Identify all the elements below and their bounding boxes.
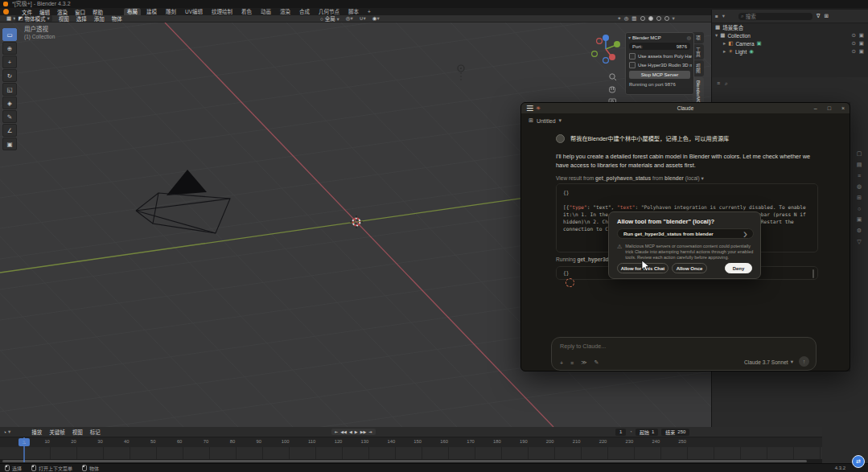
outliner-row-light[interactable]: ▸ ☀ Light ◉ ⊙ ▣ bbox=[712, 47, 868, 55]
properties-tab-output-icon[interactable]: ≡ bbox=[858, 173, 861, 179]
timeline-menu[interactable]: 播放 bbox=[31, 428, 42, 436]
filter-icon[interactable]: ∇ bbox=[817, 13, 820, 19]
timeline-channels[interactable] bbox=[0, 447, 822, 459]
overlays-toggle-icon[interactable]: ◎ bbox=[624, 15, 629, 22]
properties-tab-data-icon[interactable]: ▽ bbox=[857, 239, 861, 245]
snap-toggle[interactable]: ∪▾ bbox=[360, 15, 366, 22]
eye-icon[interactable]: ⊙ bbox=[851, 32, 855, 39]
timeline-menu[interactable]: 关键帧 bbox=[49, 428, 65, 436]
mode-dropdown[interactable]: ◩ 物体模式 ▾ bbox=[15, 15, 51, 22]
outliner-row-scene-collection[interactable]: ▦ 场景集合 bbox=[712, 23, 868, 31]
sidebar-tab-视图[interactable]: 视图 bbox=[693, 60, 704, 76]
display-mode-icon[interactable]: ≡ bbox=[715, 14, 718, 19]
allow-once-button[interactable]: Allow Once bbox=[672, 263, 707, 273]
expand-caret-icon[interactable]: ▸ bbox=[723, 48, 726, 55]
deny-button[interactable]: Deny bbox=[725, 263, 752, 273]
collapse-caret-icon[interactable]: ▾ bbox=[628, 35, 631, 40]
gizmo-x-neg[interactable] bbox=[597, 39, 603, 44]
properties-tab-object-icon[interactable]: ▣ bbox=[857, 216, 862, 223]
floating-widget-icon[interactable]: ⇄ bbox=[852, 455, 865, 468]
minimize-icon[interactable]: – bbox=[814, 105, 817, 111]
close-icon[interactable]: × bbox=[841, 105, 845, 111]
sliders-icon[interactable]: ≡ bbox=[570, 360, 574, 366]
pivot-dropdown[interactable]: ◎▾ bbox=[346, 15, 353, 22]
properties-filter-icon[interactable]: ⌕ bbox=[725, 80, 728, 87]
workspace-tab[interactable]: 动画 bbox=[257, 8, 274, 15]
playback-button[interactable]: ▶ bbox=[355, 429, 358, 434]
gizmo-z-neg[interactable] bbox=[603, 58, 609, 64]
pin-icon[interactable]: ◎ bbox=[687, 35, 691, 40]
shading-material-icon[interactable] bbox=[656, 16, 661, 21]
viewport-menu[interactable]: 添加 bbox=[94, 14, 105, 23]
timeline-menu[interactable]: 标记 bbox=[90, 428, 101, 436]
outliner-search-input[interactable]: ⌕ 搜索 bbox=[738, 13, 812, 20]
hyper3d-checkbox[interactable]: Use Hyper3D Rodin 3D model gener... bbox=[629, 62, 692, 68]
maximize-icon[interactable]: □ bbox=[828, 105, 831, 111]
tool-cursor-icon[interactable]: ⊕ bbox=[2, 42, 17, 55]
gizmo-y-neg[interactable] bbox=[592, 51, 598, 57]
workspace-tab[interactable]: 建模 bbox=[143, 8, 160, 15]
tool-annotate-icon[interactable]: ✎ bbox=[2, 110, 17, 123]
workspace-tab[interactable]: 雕刻 bbox=[162, 8, 179, 15]
expand-caret-icon[interactable]: ▸ bbox=[723, 40, 726, 47]
claude-titlebar[interactable]: ≡ ✳ Claude – □ × bbox=[521, 103, 849, 113]
code-scrollbar[interactable] bbox=[812, 269, 814, 278]
gizmo-toggle-icon[interactable]: ⌖ bbox=[618, 15, 621, 22]
workspace-tab[interactable]: 合成 bbox=[296, 8, 313, 15]
properties-tab-modifiers-icon[interactable]: ⚙ bbox=[857, 228, 862, 234]
panel-icon[interactable]: ⊞ bbox=[529, 117, 533, 124]
frame-end-field[interactable]: 结束 250 bbox=[661, 429, 689, 436]
scrollbar-handle[interactable] bbox=[2, 460, 807, 462]
properties-tab-render-icon[interactable]: ▤ bbox=[857, 162, 862, 168]
timeline-menu[interactable]: 视图 bbox=[72, 428, 83, 436]
properties-tab-tool-icon[interactable]: ▢ bbox=[857, 150, 862, 157]
properties-tab-world-icon[interactable]: ○ bbox=[858, 206, 861, 211]
shading-rendered-icon[interactable] bbox=[664, 16, 669, 21]
xray-toggle-icon[interactable]: ▥ bbox=[631, 15, 636, 22]
tool-result-link[interactable]: View result from get_polyhaven_status fr… bbox=[556, 175, 818, 182]
workspace-tab[interactable]: 渲染 bbox=[277, 8, 294, 15]
timeline-ruler[interactable]: 1 11020304050607080901001101201301401501… bbox=[0, 437, 822, 447]
model-selector[interactable]: Claude 3.7 Sonnet ▾ bbox=[744, 359, 793, 365]
sidebar-tab-工具[interactable]: 工具 bbox=[693, 44, 704, 60]
send-button[interactable]: ↑ bbox=[799, 356, 809, 367]
orientation-dropdown[interactable]: ○ 全局 ▾ bbox=[320, 14, 339, 23]
shading-solid-icon[interactable] bbox=[648, 16, 653, 21]
properties-tab-scene-icon[interactable]: ⊞ bbox=[857, 195, 862, 201]
render-visibility-icon[interactable]: ▣ bbox=[859, 32, 864, 39]
timeline-editor-selector[interactable]: ◔ ▾ bbox=[3, 429, 10, 435]
outliner-row-collection[interactable]: ▾ ▦ Collection ⊙ ▣ bbox=[712, 31, 868, 39]
tool-add-cube-icon[interactable]: ▣ bbox=[2, 137, 17, 150]
workspace-tab[interactable]: 布局 bbox=[124, 8, 141, 15]
tool-scale-icon[interactable]: ◱ bbox=[2, 83, 17, 96]
tool-move-icon[interactable]: + bbox=[2, 55, 17, 68]
playback-button[interactable]: ◀ bbox=[349, 429, 352, 434]
playback-button[interactable]: ⇤ bbox=[335, 429, 338, 434]
render-visibility-icon[interactable]: ▣ bbox=[859, 40, 864, 47]
current-frame-field[interactable]: 1 bbox=[615, 429, 626, 436]
chat-title-bar[interactable]: ⊞ Untitled ▾ bbox=[529, 117, 562, 124]
blender-logo-icon[interactable] bbox=[3, 9, 9, 14]
tool-select-box-icon[interactable]: ▭ bbox=[2, 28, 17, 41]
format-icon[interactable]: ✎ bbox=[594, 359, 599, 366]
viewport-menu[interactable]: 视图 bbox=[59, 14, 69, 23]
stop-mcp-server-button[interactable]: Stop MCP Server bbox=[629, 71, 690, 79]
properties-tab-view-layer-icon[interactable]: ◍ bbox=[857, 183, 862, 190]
composer[interactable]: Reply to Claude... + ≡ ≫ ✎ Claude 3.7 So… bbox=[551, 337, 817, 371]
proportional-toggle[interactable]: ◉▾ bbox=[372, 15, 380, 22]
viewport-menu[interactable]: 物体 bbox=[112, 14, 122, 23]
workspace-tab[interactable]: 纹理绘制 bbox=[208, 8, 236, 15]
tool-transform-icon[interactable]: ◈ bbox=[2, 96, 17, 109]
editor-type-selector[interactable]: ▦ ▾ bbox=[6, 15, 15, 22]
properties-editor-icon[interactable]: ≡ bbox=[717, 80, 720, 87]
workspace-tab[interactable]: UV编辑 bbox=[182, 8, 206, 15]
tool-rotate-icon[interactable]: ↻ bbox=[2, 69, 17, 82]
new-collection-icon[interactable]: ⊞ bbox=[824, 13, 828, 19]
research-icon[interactable]: ≫ bbox=[581, 359, 586, 366]
eye-icon[interactable]: ⊙ bbox=[851, 40, 855, 47]
tool-measure-icon[interactable]: ∠ bbox=[2, 124, 17, 137]
gizmo-z-axis[interactable] bbox=[603, 35, 609, 41]
viewport-menu[interactable]: 选择 bbox=[76, 14, 87, 23]
gizmo-y-axis[interactable] bbox=[614, 41, 620, 47]
gizmo-x-axis[interactable] bbox=[609, 54, 615, 60]
